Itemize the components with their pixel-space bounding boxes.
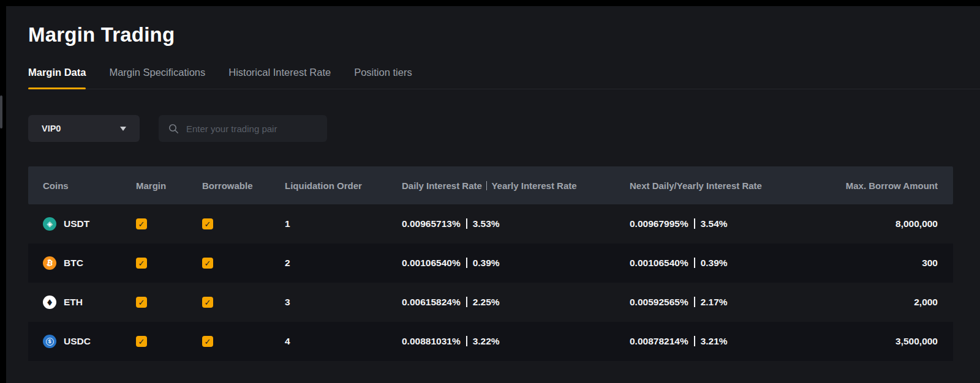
- margin-trading-page: Margin Trading Margin DataMargin Specifi…: [6, 6, 980, 383]
- column-header-interest-rate: Daily Interest RateYearly Interest Rate: [402, 180, 630, 191]
- coin-name: USDC: [64, 336, 91, 347]
- yearly-rate: 0.39%: [701, 258, 728, 268]
- interest-rate-cell: 0.00106540%0.39%: [402, 258, 630, 269]
- divider: [466, 297, 467, 307]
- interest-rate-cell: 0.00965713%3.53%: [402, 218, 630, 229]
- daily-rate: 0.00592565%: [630, 297, 688, 307]
- coin-name: ETH: [64, 297, 83, 308]
- coin-cell: ₿BTC: [43, 256, 136, 270]
- borrowable-checkbox[interactable]: [202, 297, 213, 308]
- daily-rate: 0.00615824%: [402, 297, 461, 307]
- daily-rate: 0.00878214%: [630, 336, 688, 346]
- next-interest-rate-cell: 0.00967995%3.54%: [630, 218, 791, 229]
- search-box[interactable]: [159, 115, 327, 142]
- margin-checkbox[interactable]: [136, 258, 147, 269]
- divider: [486, 181, 488, 190]
- interest-rate-cell: 0.00881031%3.22%: [402, 336, 630, 347]
- coin-name: BTC: [64, 258, 83, 269]
- coin-name: USDT: [64, 218, 89, 229]
- column-header-max-borrow: Max. Borrow Amount: [791, 180, 938, 191]
- interest-rate-cell: 0.00615824%2.25%: [402, 297, 630, 308]
- daily-rate: 0.00965713%: [402, 218, 461, 229]
- daily-rate: 0.00967995%: [630, 218, 688, 229]
- liquidation-order: 2: [285, 258, 402, 269]
- yearly-rate: 0.39%: [473, 258, 500, 268]
- margin-checkbox[interactable]: [136, 218, 147, 229]
- table-row-usdc: $USDC40.00881031%3.22%0.00878214%3.21%3,…: [28, 322, 953, 361]
- column-header-next-interest-rate: Next Daily/Yearly Interest Rate: [630, 180, 791, 191]
- table-row-usdt: ◈USDT10.00965713%3.53%0.00967995%3.54%8,…: [28, 204, 953, 244]
- table-body: ◈USDT10.00965713%3.53%0.00967995%3.54%8,…: [28, 204, 953, 361]
- column-header-liquidation-order: Liquidation Order: [285, 180, 402, 191]
- search-icon: [168, 124, 179, 134]
- window: Margin Trading Margin DataMargin Specifi…: [0, 0, 980, 383]
- liquidation-order: 1: [285, 218, 402, 229]
- liquidation-order: 3: [285, 297, 402, 308]
- tab-position-tiers[interactable]: Position tiers: [354, 67, 412, 89]
- yearly-rate: 3.22%: [473, 336, 500, 346]
- margin-checkbox[interactable]: [136, 336, 147, 347]
- page-title: Margin Trading: [28, 6, 980, 46]
- daily-rate: 0.00106540%: [402, 258, 461, 268]
- eth-coin-icon: ◆: [43, 296, 56, 309]
- max-borrow-amount: 2,000: [791, 297, 938, 308]
- yearly-rate: 3.21%: [701, 336, 728, 346]
- table-row-eth: ◆ETH30.00615824%2.25%0.00592565%2.17%2,0…: [28, 283, 953, 322]
- max-borrow-amount: 300: [791, 258, 938, 269]
- max-borrow-amount: 3,500,000: [791, 336, 938, 347]
- daily-rate: 0.00106540%: [630, 258, 688, 268]
- tab-bar: Margin DataMargin SpecificationsHistoric…: [28, 67, 980, 89]
- column-header-borrowable: Borrowable: [202, 180, 285, 191]
- borrowable-checkbox[interactable]: [202, 218, 213, 229]
- column-header-margin: Margin: [136, 180, 202, 191]
- vip-level-value: VIP0: [42, 124, 61, 133]
- tab-margin-data[interactable]: Margin Data: [28, 67, 86, 89]
- yearly-rate: 2.17%: [701, 297, 728, 307]
- divider: [466, 218, 467, 229]
- column-header-coins: Coins: [43, 180, 136, 191]
- margin-data-table: Coins Margin Borrowable Liquidation Orde…: [28, 166, 953, 361]
- search-input[interactable]: [185, 123, 317, 135]
- divider: [466, 258, 467, 268]
- vip-level-select[interactable]: VIP0: [28, 115, 140, 142]
- filter-controls: VIP0: [28, 115, 980, 142]
- next-interest-rate-cell: 0.00106540%0.39%: [630, 258, 791, 269]
- chevron-down-icon: [120, 127, 126, 131]
- usdc-coin-icon: $: [43, 335, 56, 348]
- tab-historical-interest-rate[interactable]: Historical Interest Rate: [228, 67, 331, 89]
- borrowable-checkbox[interactable]: [202, 258, 213, 269]
- table-header: Coins Margin Borrowable Liquidation Orde…: [28, 166, 953, 204]
- coin-cell: ◆ETH: [43, 296, 136, 309]
- liquidation-order: 4: [285, 336, 402, 347]
- coin-cell: ◈USDT: [43, 217, 136, 231]
- btc-coin-icon: ₿: [43, 256, 56, 270]
- yearly-rate: 2.25%: [473, 297, 500, 307]
- coin-cell: $USDC: [43, 335, 136, 348]
- tab-margin-specifications[interactable]: Margin Specifications: [109, 67, 205, 89]
- yearly-rate: 3.53%: [473, 218, 500, 229]
- next-interest-rate-cell: 0.00878214%3.21%: [630, 336, 791, 347]
- borrowable-checkbox[interactable]: [202, 336, 213, 347]
- divider: [694, 297, 695, 307]
- divider: [694, 336, 695, 346]
- table-row-btc: ₿BTC20.00106540%0.39%0.00106540%0.39%300: [28, 244, 953, 283]
- margin-checkbox[interactable]: [136, 297, 147, 308]
- yearly-rate: 3.54%: [701, 218, 728, 229]
- max-borrow-amount: 8,000,000: [791, 218, 938, 229]
- divider: [694, 258, 695, 268]
- daily-rate: 0.00881031%: [402, 336, 461, 346]
- usdt-coin-icon: ◈: [43, 217, 56, 231]
- divider: [466, 336, 467, 346]
- divider: [694, 218, 695, 229]
- scrollbar-thumb[interactable]: [0, 95, 2, 128]
- next-interest-rate-cell: 0.00592565%2.17%: [630, 297, 791, 308]
